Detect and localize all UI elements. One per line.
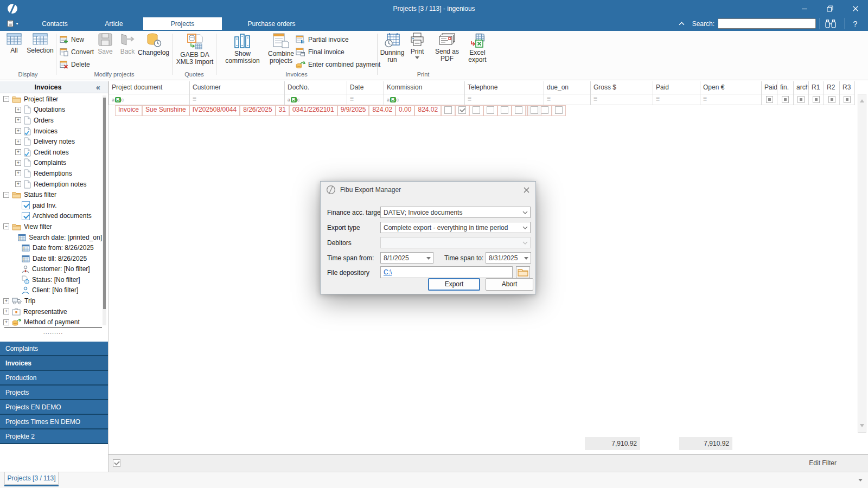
nav-item-complaints[interactable]: Complaints xyxy=(0,342,108,356)
filter-r3[interactable] xyxy=(840,94,855,105)
col-date[interactable]: Date xyxy=(347,81,384,94)
selection-button[interactable]: Selection xyxy=(26,33,54,54)
collapse-ribbon-icon[interactable] xyxy=(679,22,685,25)
tree-item-orders[interactable]: +Orders xyxy=(0,115,102,126)
col-paid-flag[interactable]: Paid xyxy=(762,81,777,94)
tab-list-dropdown-icon[interactable] xyxy=(858,479,863,484)
send-as-pdf-button[interactable]: Send as PDF xyxy=(430,33,464,62)
r3-checkbox[interactable] xyxy=(531,106,538,114)
expand-node-icon[interactable]: + xyxy=(15,128,21,134)
tree-item-view-filter[interactable]: −View filter xyxy=(0,221,102,232)
col-telephone[interactable]: Telephone xyxy=(465,81,544,94)
nav-item-projects-times-en-demo[interactable]: Projects Times EN DEMO xyxy=(0,415,108,429)
invoice-row[interactable]: InvoiceSue SunshineIV202508/00448/26/202… xyxy=(115,105,526,117)
tab-contacts[interactable]: Contacts xyxy=(25,17,85,30)
export-button[interactable]: Export xyxy=(428,278,480,291)
tab-purchase-orders[interactable]: Purchase orders xyxy=(222,17,321,30)
expand-node-icon[interactable]: + xyxy=(3,319,9,325)
save-button[interactable]: Save xyxy=(94,33,116,55)
filter-kommission[interactable]: aBc xyxy=(384,94,465,105)
restore-button[interactable] xyxy=(817,0,843,17)
col-open[interactable]: Open € xyxy=(700,81,762,94)
expand-node-icon[interactable]: + xyxy=(3,309,9,314)
r2-checkbox[interactable] xyxy=(501,106,508,114)
changelog-button[interactable]: Changelog xyxy=(137,33,170,56)
expand-node-icon[interactable]: + xyxy=(15,107,21,113)
new-button[interactable]: New xyxy=(60,34,84,45)
expand-node-icon[interactable]: + xyxy=(3,298,9,304)
filter-paid-flag[interactable] xyxy=(762,94,777,105)
col-r2[interactable]: R2 xyxy=(824,81,840,94)
time-span-to-input[interactable]: 8/31/2025 xyxy=(486,252,531,264)
tree-item-redemptions[interactable]: +Redemptions xyxy=(0,168,102,179)
quick-access-menu[interactable]: ▾ xyxy=(0,17,25,30)
excel-export-button[interactable]: Excel export xyxy=(465,33,490,63)
delete-button[interactable]: Delete xyxy=(60,59,90,70)
enter-combined-payment-button[interactable]: Enter combined payment xyxy=(296,59,380,70)
filter-due-on[interactable]: = xyxy=(544,94,591,105)
grid-vertical-scrollbar[interactable] xyxy=(858,94,866,433)
filter-date[interactable]: = xyxy=(347,94,384,105)
tree-item-credit-notes[interactable]: +Credit notes xyxy=(0,147,102,158)
print-button[interactable]: Print xyxy=(406,33,429,61)
expand-node-icon[interactable]: + xyxy=(15,160,21,166)
filter-paid-amount[interactable]: = xyxy=(653,94,700,105)
filter-gross[interactable]: = xyxy=(591,94,653,105)
expand-node-icon[interactable]: + xyxy=(15,139,21,145)
scroll-up-arrow[interactable] xyxy=(860,97,864,102)
file-path-link[interactable]: C:\ xyxy=(384,268,392,276)
col-arch[interactable]: arch xyxy=(794,81,809,94)
all-button[interactable]: All xyxy=(3,33,25,54)
panel-splitter[interactable] xyxy=(4,327,102,328)
tree-item-delivery-notes[interactable]: +Delivery notes xyxy=(0,136,102,147)
search-input[interactable] xyxy=(718,18,816,29)
file-depository-input[interactable]: C:\ xyxy=(380,266,513,278)
col-gross[interactable]: Gross $ xyxy=(591,81,653,94)
archived-documents-checkbox[interactable] xyxy=(22,212,30,220)
tab-projects[interactable]: Projects xyxy=(143,17,222,30)
tree-item-redemption-notes[interactable]: +Redemption notes xyxy=(0,179,102,190)
r1-checkbox[interactable] xyxy=(487,106,494,114)
help-button[interactable]: ? xyxy=(844,18,866,29)
dunning-run-button[interactable]: Dunning run xyxy=(379,33,405,63)
finance-target-select[interactable]: DATEV; Invoice documents xyxy=(380,207,531,218)
tree-item-complaints[interactable]: +Complaints xyxy=(0,158,102,169)
filter-fin[interactable] xyxy=(777,94,794,105)
col-customer[interactable]: Customer xyxy=(190,81,285,94)
tree-item-invoices[interactable]: +Invoices xyxy=(0,126,102,137)
col-r1[interactable]: R1 xyxy=(809,81,824,94)
r3-checkbox[interactable] xyxy=(515,106,522,114)
tree-item-trip[interactable]: +Trip xyxy=(0,296,102,306)
back-button[interactable]: Back xyxy=(117,33,138,55)
find-button[interactable] xyxy=(819,18,841,29)
nav-item-projects[interactable]: Projects xyxy=(0,386,108,400)
filter-enabled-checkbox[interactable] xyxy=(113,459,120,467)
tab-projects-count[interactable]: Projects [3 / 113] xyxy=(4,472,59,485)
export-type-select[interactable]: Complete export - everything in time per… xyxy=(380,222,531,233)
filter-r2[interactable] xyxy=(824,94,840,105)
edit-filter-link[interactable]: Edit Filter xyxy=(809,459,837,467)
col-project-document[interactable]: Project document xyxy=(109,81,190,94)
col-docno[interactable]: DocNo. xyxy=(285,81,347,94)
collapse-node-icon[interactable]: − xyxy=(3,223,9,229)
convert-button[interactable]: Convert xyxy=(60,47,94,57)
tree-item-project-filter[interactable]: −Project filter xyxy=(0,94,102,105)
filter-r1[interactable] xyxy=(809,94,824,105)
splitter-handle[interactable]: ......... xyxy=(0,329,106,335)
tree-item-search-date[interactable]: Search date: [printed_on] xyxy=(0,232,102,243)
r3-checkbox[interactable] xyxy=(555,106,563,114)
tree-item-method-of-payment[interactable]: +Method of payment xyxy=(0,317,102,326)
collapse-node-icon[interactable]: − xyxy=(3,192,9,198)
minimize-button[interactable] xyxy=(792,0,817,17)
debitors-select[interactable] xyxy=(380,237,531,248)
expand-node-icon[interactable]: + xyxy=(15,170,21,176)
gaeb-import-button[interactable]: GAEB DA XML3 Import xyxy=(175,33,215,66)
close-button[interactable] xyxy=(843,0,868,17)
col-kommission[interactable]: Kommission xyxy=(384,81,465,94)
tree-item-archived-documents[interactable]: Archived documents xyxy=(0,211,102,222)
abort-button[interactable]: Abort xyxy=(486,278,533,291)
expand-node-icon[interactable]: + xyxy=(15,181,21,187)
fin-checkbox[interactable] xyxy=(458,106,466,114)
paid-checkbox[interactable] xyxy=(444,106,452,114)
tree-item-paid-inv[interactable]: paid Inv. xyxy=(0,200,102,211)
